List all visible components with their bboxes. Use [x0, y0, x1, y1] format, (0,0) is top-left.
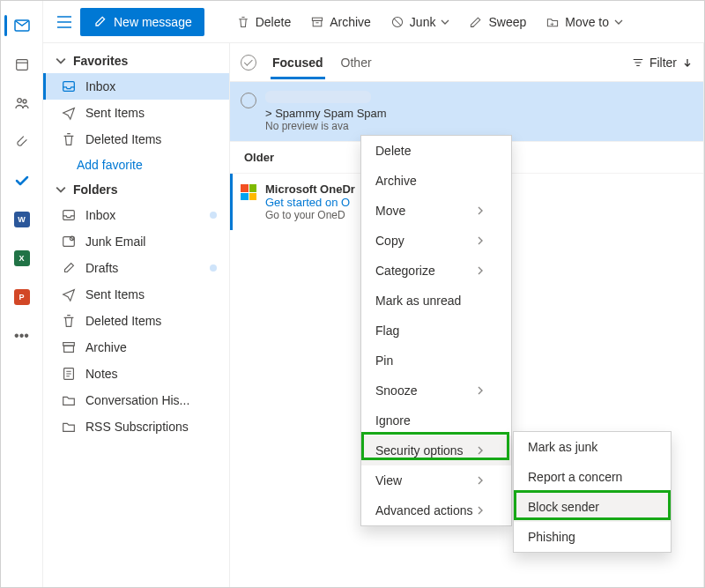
sweep-label: Sweep: [488, 15, 526, 29]
archive-icon: [61, 339, 77, 355]
ctx-copy[interactable]: Copy: [361, 226, 511, 256]
archive-button[interactable]: Archive: [301, 8, 380, 36]
rail-mail-icon[interactable]: [4, 8, 40, 43]
svg-rect-5: [313, 20, 322, 26]
rss-label: RSS Subscriptions: [85, 420, 189, 434]
context-menu: Delete Archive Move Copy Categorize Mark…: [360, 135, 512, 526]
ctx-advanced-actions[interactable]: Advanced actions: [361, 495, 511, 525]
folders-section[interactable]: Folders: [43, 177, 229, 202]
folder-sent[interactable]: Sent Items: [43, 281, 229, 308]
ctx-block-sender[interactable]: Block sender: [514, 492, 671, 522]
chevron-down-icon: [56, 184, 66, 195]
folder-rss[interactable]: RSS Subscriptions: [43, 413, 229, 440]
conv-hist-label: Conversation His...: [85, 393, 189, 407]
folder-junk[interactable]: Junk Email: [43, 228, 229, 255]
ctx-pin[interactable]: Pin: [361, 346, 511, 376]
junk-label: Junk: [410, 15, 436, 29]
favorite-sent[interactable]: Sent Items: [43, 100, 229, 126]
select-message-radio[interactable]: [241, 93, 256, 108]
arrow-down-icon: [682, 57, 693, 68]
chevron-right-icon: [476, 386, 485, 395]
new-message-button[interactable]: New message: [80, 8, 204, 36]
chevron-right-icon: [476, 506, 485, 515]
sender-redacted: [265, 91, 371, 103]
folder-icon: [61, 392, 77, 408]
chevron-right-icon: [476, 266, 485, 275]
chevron-down-icon: [56, 56, 66, 66]
folder-inbox[interactable]: Inbox: [43, 202, 229, 228]
ctx-ignore[interactable]: Ignore: [361, 406, 511, 435]
svg-point-3: [23, 100, 26, 103]
message-tabs: Focused Other Filter: [230, 43, 703, 82]
message-item-spam[interactable]: > Spammy Spam Spam No preview is ava: [230, 82, 703, 142]
ctx-mark-junk[interactable]: Mark as junk: [514, 432, 671, 462]
tab-focused[interactable]: Focused: [271, 47, 325, 78]
move-to-button[interactable]: Move to: [537, 8, 632, 36]
favorite-inbox[interactable]: Inbox: [43, 73, 229, 100]
ctx-security-options[interactable]: Security options: [361, 435, 511, 465]
folder-conversation-history[interactable]: Conversation His...: [43, 387, 229, 413]
ctx-view[interactable]: View: [361, 465, 511, 495]
ctx-delete[interactable]: Delete: [361, 136, 511, 166]
rail-more-icon[interactable]: •••: [4, 318, 40, 354]
notes-icon: [61, 366, 77, 382]
folder-archive[interactable]: Archive: [43, 334, 229, 361]
svg-rect-1: [16, 60, 27, 71]
select-all-checkbox[interactable]: [241, 55, 256, 71]
folder-notes[interactable]: Notes: [43, 361, 229, 387]
ctx-categorize[interactable]: Categorize: [361, 256, 511, 286]
favorite-deleted[interactable]: Deleted Items: [43, 126, 229, 153]
svg-rect-8: [63, 211, 75, 220]
filter-label: Filter: [649, 56, 677, 70]
folder-pane: Favorites Inbox Sent Items Deleted Items…: [43, 43, 230, 587]
microsoft-logo-icon: [241, 184, 256, 200]
filter-button[interactable]: Filter: [632, 56, 693, 70]
trash-icon: [61, 131, 77, 147]
folder-drafts[interactable]: Drafts: [43, 255, 229, 281]
ctx-phishing[interactable]: Phishing: [514, 522, 671, 552]
filter-icon: [632, 56, 644, 69]
junk-icon: [61, 234, 77, 249]
new-message-label: New message: [114, 15, 192, 29]
archive-label-2: Archive: [85, 340, 127, 354]
hamburger-menu-icon[interactable]: [50, 8, 78, 36]
message-preview-2: Go to your OneD: [265, 209, 355, 221]
inbox-label-2: Inbox: [85, 208, 115, 222]
junk-button[interactable]: Junk: [382, 8, 459, 36]
folder-icon: [61, 419, 77, 435]
rail-calendar-icon[interactable]: [4, 47, 40, 82]
chevron-down-icon: [614, 18, 623, 26]
rail-powerpoint-icon[interactable]: P: [4, 279, 40, 315]
delete-button[interactable]: Delete: [227, 8, 300, 36]
ctx-archive[interactable]: Archive: [361, 166, 511, 196]
rail-word-icon[interactable]: W: [4, 202, 40, 237]
move-to-label: Move to: [565, 15, 609, 29]
tab-other[interactable]: Other: [339, 47, 374, 78]
message-sender: Microsoft OneDr: [265, 182, 355, 196]
ctx-report-concern[interactable]: Report a concern: [514, 462, 671, 492]
drafts-label: Drafts: [85, 261, 118, 275]
svg-rect-7: [63, 82, 75, 92]
add-favorite-link[interactable]: Add favorite: [43, 153, 229, 177]
sweep-button[interactable]: Sweep: [460, 8, 535, 36]
ctx-mark-unread[interactable]: Mark as unread: [361, 286, 511, 316]
folder-deleted[interactable]: Deleted Items: [43, 308, 229, 334]
notes-label: Notes: [85, 367, 118, 381]
message-subject: > Spammy Spam Spam: [265, 107, 693, 120]
command-toolbar: New message Delete Archive Junk Sweep: [43, 1, 704, 43]
rail-files-icon[interactable]: [4, 124, 40, 160]
ctx-move[interactable]: Move: [361, 196, 511, 226]
ctx-snooze[interactable]: Snooze: [361, 376, 511, 406]
rail-people-icon[interactable]: [4, 86, 40, 121]
rail-todo-icon[interactable]: [4, 163, 40, 198]
send-icon: [61, 287, 77, 302]
rail-excel-icon[interactable]: X: [4, 241, 40, 276]
ctx-flag[interactable]: Flag: [361, 316, 511, 346]
favorites-section[interactable]: Favorites: [43, 48, 229, 73]
context-submenu-security: Mark as junk Report a concern Block send…: [513, 431, 672, 553]
delete-label: Delete: [256, 15, 291, 29]
favorites-label: Favorites: [73, 54, 128, 68]
trash-icon: [61, 313, 77, 329]
chevron-right-icon: [476, 446, 485, 455]
deleted-label-2: Deleted Items: [85, 314, 161, 328]
